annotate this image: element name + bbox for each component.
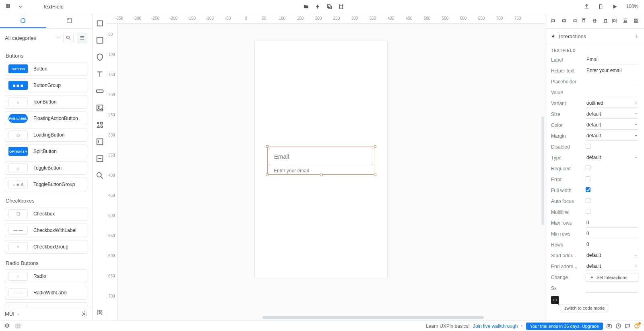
add-interaction-button[interactable]: +: [635, 33, 638, 40]
library-item[interactable]: ☐Checkbox: [5, 207, 87, 221]
library-item[interactable]: — —RadioWithLabel: [5, 286, 87, 300]
property-input[interactable]: [586, 66, 638, 75]
tool-hotspot[interactable]: [95, 154, 104, 163]
library-item[interactable]: ⌂IconButton: [5, 95, 87, 109]
align-right-icon[interactable]: [572, 18, 578, 24]
tool-image[interactable]: [95, 103, 104, 112]
help-icon[interactable]: [634, 323, 640, 329]
property-input[interactable]: [586, 55, 638, 64]
svg-point-57: [609, 325, 610, 327]
learn-text: Learn UXPin basics!: [426, 323, 470, 329]
property-select[interactable]: default: [586, 153, 638, 162]
tab-design-libraries[interactable]: [0, 13, 46, 28]
align-top-icon[interactable]: [581, 18, 587, 24]
tool-text[interactable]: [95, 70, 104, 79]
library-item[interactable]: BUTTONButton: [5, 62, 87, 76]
library-item[interactable]: FAB LABELFloatingActionButton: [5, 112, 87, 125]
align-bottom-icon[interactable]: [603, 18, 609, 24]
property-row: Rows: [551, 239, 638, 250]
property-checkbox[interactable]: [586, 176, 590, 181]
layers-icon[interactable]: [4, 323, 10, 329]
tab-layers[interactable]: [46, 13, 93, 28]
zoom-level[interactable]: 100%: [626, 4, 638, 9]
library-item[interactable]: ◌LoadingButton: [5, 128, 87, 142]
tool-input[interactable]: [95, 137, 104, 146]
property-select[interactable]: outlined: [586, 99, 638, 108]
property-row: Max rows: [551, 217, 638, 228]
canvas[interactable]: -350-300-250-200-150-100-500501001502002…: [107, 13, 545, 321]
share-nodes-icon[interactable]: [338, 4, 344, 10]
property-checkbox[interactable]: [586, 144, 590, 149]
align-h-center-icon[interactable]: [561, 18, 567, 24]
property-checkbox[interactable]: [586, 187, 590, 192]
interactions-section[interactable]: Interactions +: [545, 29, 644, 44]
trial-upgrade-pill[interactable]: Your trial ends in 36 days. Upgrade: [526, 323, 603, 330]
library-view-list-button[interactable]: [77, 33, 87, 43]
library-item[interactable]: OPTION 1 ▾SplitButton: [5, 145, 87, 158]
tool-frame[interactable]: [95, 19, 104, 28]
library-item[interactable]: ⌂ ★ AToggleButtonGroup: [5, 178, 87, 191]
canvas-v-scrollbar[interactable]: [541, 116, 544, 225]
lightning-icon[interactable]: [315, 4, 321, 10]
tool-search[interactable]: [95, 171, 104, 180]
stack-icon[interactable]: [326, 4, 332, 10]
library-item[interactable]: — —CheckboxWithLabel: [5, 223, 87, 237]
align-v-center-icon[interactable]: [592, 18, 598, 24]
property-input[interactable]: [586, 229, 638, 238]
chat-icon[interactable]: [625, 323, 631, 329]
property-select[interactable]: default: [586, 120, 638, 130]
property-select[interactable]: default: [586, 110, 638, 119]
library-item[interactable]: ≡RadioGroup: [5, 302, 87, 307]
property-input[interactable]: [586, 218, 638, 228]
walkthrough-link[interactable]: Join live walkthrough: [473, 323, 518, 329]
chevron-down-icon[interactable]: [17, 4, 23, 10]
property-checkbox[interactable]: [586, 209, 590, 214]
svg-rect-27: [97, 139, 103, 145]
library-item-thumb: — —: [8, 226, 28, 235]
clock-icon[interactable]: [615, 323, 621, 329]
library-search-button[interactable]: [63, 33, 74, 43]
property-label: Type: [551, 155, 582, 161]
category-filter[interactable]: All categories: [5, 35, 60, 41]
property-input[interactable]: [586, 77, 638, 86]
property-input[interactable]: [586, 283, 638, 293]
component-list[interactable]: ButtonsBUTTONButton◼ ◼ ◼ButtonGroup⌂Icon…: [0, 46, 92, 307]
property-input[interactable]: [586, 88, 638, 97]
property-checkbox[interactable]: [586, 166, 590, 170]
play-icon[interactable]: [612, 4, 618, 10]
library-item-label: CheckboxGroup: [33, 244, 68, 250]
textfield-component[interactable]: Email: [269, 148, 373, 165]
device-icon[interactable]: [598, 4, 604, 10]
library-item-label: RadioWithLabel: [33, 290, 68, 296]
svg-point-7: [342, 4, 343, 6]
library-item[interactable]: ○Radio: [5, 269, 87, 283]
gear-icon[interactable]: [81, 311, 87, 317]
code-mode-button[interactable]: [551, 296, 559, 304]
camera-icon[interactable]: [606, 323, 612, 329]
property-input[interactable]: [586, 240, 638, 249]
apps-icon[interactable]: [6, 4, 12, 10]
library-item[interactable]: ◼ ◼ ◼ButtonGroup: [5, 79, 87, 92]
tool-button[interactable]: [95, 87, 104, 95]
tool-variables[interactable]: {$}: [95, 308, 104, 317]
folder-icon[interactable]: [303, 4, 309, 10]
tool-icons[interactable]: [95, 120, 104, 129]
library-item-thumb: ⌂: [8, 163, 28, 172]
property-checkbox[interactable]: [586, 198, 590, 203]
library-item[interactable]: ⌂ToggleButton: [5, 161, 87, 175]
property-select[interactable]: default: [586, 251, 638, 260]
library-selector[interactable]: MUI: [5, 311, 20, 317]
tool-box[interactable]: [95, 36, 104, 45]
align-left-icon[interactable]: [550, 18, 556, 24]
canvas-h-scrollbar[interactable]: [262, 316, 484, 319]
tool-shield[interactable]: [95, 53, 104, 62]
property-label: Multiline: [551, 209, 582, 215]
grid-icon[interactable]: [15, 323, 21, 329]
breadcrumb[interactable]: TextField: [43, 4, 64, 10]
upload-icon[interactable]: [584, 4, 590, 10]
library-item[interactable]: ≡CheckboxGroup: [5, 240, 87, 254]
set-interactions-button[interactable]: Set Interactions: [586, 273, 638, 282]
property-select[interactable]: default: [586, 262, 638, 271]
property-select[interactable]: default: [586, 131, 638, 141]
property-row: Placeholder: [551, 76, 638, 87]
